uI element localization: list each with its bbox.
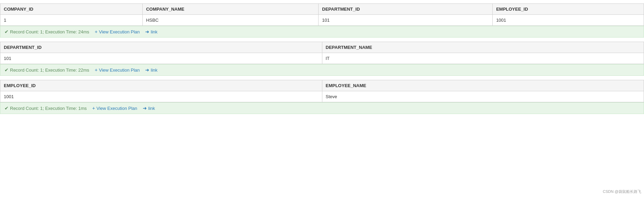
result-block-3: EMPLOYEE_ID EMPLOYEE_NAME 1001 Steve ✔ R… bbox=[0, 80, 644, 114]
col-header-employee-id-3: EMPLOYEE_ID bbox=[0, 80, 322, 91]
check-icon-2: ✔ bbox=[4, 67, 9, 73]
view-execution-plan-label-3: View Execution Plan bbox=[97, 106, 137, 111]
record-count-2: Record Count: 1; Execution Time: 22ms bbox=[10, 68, 89, 73]
plus-icon-3: + bbox=[92, 105, 95, 111]
link-anchor-3[interactable]: ➜ link bbox=[143, 105, 155, 111]
plus-icon-2: + bbox=[95, 67, 98, 73]
col-header-employee-id: EMPLOYEE_ID bbox=[493, 4, 644, 15]
cell-company-name: HSBC bbox=[142, 15, 319, 26]
arrow-icon-3: ➜ bbox=[143, 105, 147, 111]
col-header-department-id-2: DEPARTMENT_ID bbox=[0, 42, 322, 53]
cell-employee-name: Steve bbox=[322, 91, 644, 102]
view-execution-plan-label-2: View Execution Plan bbox=[99, 68, 140, 73]
table-header-row-2: DEPARTMENT_ID DEPARTMENT_NAME bbox=[0, 42, 644, 53]
col-header-department-name: DEPARTMENT_NAME bbox=[322, 42, 644, 53]
status-bar-1: ✔ Record Count: 1; Execution Time: 24ms … bbox=[0, 26, 644, 38]
table-header-row-1: COMPANY_ID COMPANY_NAME DEPARTMENT_ID EM… bbox=[0, 4, 644, 15]
cell-department-id: 101 bbox=[319, 15, 493, 26]
result-block-1: COMPANY_ID COMPANY_NAME DEPARTMENT_ID EM… bbox=[0, 3, 644, 38]
view-execution-plan-label-1: View Execution Plan bbox=[99, 29, 140, 34]
link-label-3: link bbox=[148, 106, 155, 111]
link-anchor-2[interactable]: ➜ link bbox=[145, 67, 158, 73]
cell-company-id: 1 bbox=[0, 15, 143, 26]
check-icon-1: ✔ bbox=[4, 29, 9, 34]
plus-icon-1: + bbox=[95, 29, 98, 34]
status-bar-3: ✔ Record Count: 1; Execution Time: 1ms +… bbox=[0, 102, 644, 114]
link-anchor-1[interactable]: ➜ link bbox=[145, 29, 158, 34]
data-table-3: EMPLOYEE_ID EMPLOYEE_NAME 1001 Steve bbox=[0, 80, 644, 102]
table-row: 101 IT bbox=[0, 53, 644, 64]
status-check-1: ✔ Record Count: 1; Execution Time: 24ms bbox=[4, 29, 89, 34]
status-check-2: ✔ Record Count: 1; Execution Time: 22ms bbox=[4, 67, 89, 73]
view-execution-plan-link-3[interactable]: + View Execution Plan bbox=[92, 105, 137, 111]
result-block-2: DEPARTMENT_ID DEPARTMENT_NAME 101 IT ✔ R… bbox=[0, 42, 644, 76]
gap-2 bbox=[0, 77, 644, 80]
col-header-company-name: COMPANY_NAME bbox=[142, 4, 319, 15]
cell-employee-id-3: 1001 bbox=[0, 91, 322, 102]
check-icon-3: ✔ bbox=[4, 105, 9, 111]
cell-department-id-2: 101 bbox=[0, 53, 322, 64]
table-header-row-3: EMPLOYEE_ID EMPLOYEE_NAME bbox=[0, 80, 644, 91]
watermark: CSDN @袋鼠船长路飞 bbox=[603, 189, 641, 194]
record-count-3: Record Count: 1; Execution Time: 1ms bbox=[10, 106, 87, 111]
cell-employee-id: 1001 bbox=[493, 15, 644, 26]
arrow-icon-2: ➜ bbox=[145, 67, 149, 73]
view-execution-plan-link-1[interactable]: + View Execution Plan bbox=[95, 29, 140, 34]
record-count-1: Record Count: 1; Execution Time: 24ms bbox=[10, 29, 89, 34]
arrow-icon-1: ➜ bbox=[145, 29, 149, 34]
link-label-2: link bbox=[151, 68, 158, 73]
status-check-3: ✔ Record Count: 1; Execution Time: 1ms bbox=[4, 105, 87, 111]
col-header-company-id: COMPANY_ID bbox=[0, 4, 143, 15]
col-header-employee-name: EMPLOYEE_NAME bbox=[322, 80, 644, 91]
page-container: COMPANY_ID COMPANY_NAME DEPARTMENT_ID EM… bbox=[0, 0, 644, 197]
col-header-department-id-1: DEPARTMENT_ID bbox=[319, 4, 493, 15]
status-bar-2: ✔ Record Count: 1; Execution Time: 22ms … bbox=[0, 64, 644, 76]
data-table-1: COMPANY_ID COMPANY_NAME DEPARTMENT_ID EM… bbox=[0, 3, 644, 26]
cell-department-name: IT bbox=[322, 53, 644, 64]
view-execution-plan-link-2[interactable]: + View Execution Plan bbox=[95, 67, 140, 73]
link-label-1: link bbox=[151, 29, 158, 34]
table-row: 1 HSBC 101 1001 bbox=[0, 15, 644, 26]
gap-1 bbox=[0, 39, 644, 42]
table-row: 1001 Steve bbox=[0, 91, 644, 102]
data-table-2: DEPARTMENT_ID DEPARTMENT_NAME 101 IT bbox=[0, 42, 644, 64]
